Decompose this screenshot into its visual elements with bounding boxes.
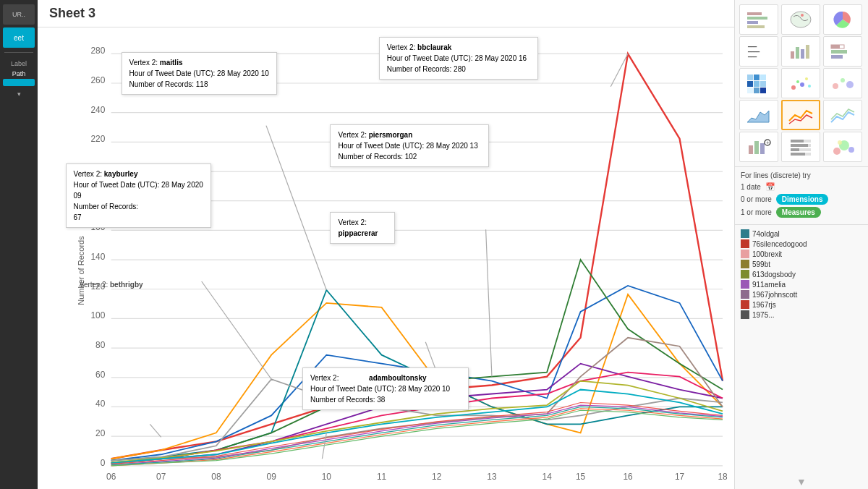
svg-text:+: + [766,140,770,146]
sidebar-btn-ur[interactable]: UR.. [3,4,35,25]
chart-svg: 0 20 40 60 80 100 120 140 160 180 200 22… [81,35,727,485]
legend-label: 1967johnscott [752,291,797,299]
sidebar-btn-eet[interactable]: eet [3,27,35,48]
chart-type-scatter[interactable] [781,68,820,98]
list-item: 599bt [741,260,862,268]
chart-type-bar-plus[interactable]: + [739,132,778,162]
svg-text:200: 200 [90,163,105,174]
svg-text:━━━: ━━━ [747,44,757,49]
svg-rect-60 [791,51,794,59]
svg-text:09: 09 [267,472,277,482]
chart-type-map[interactable] [781,4,820,35]
meas-label: 1 or more [741,208,772,216]
svg-rect-64 [831,45,840,48]
svg-rect-97 [791,153,805,156]
svg-text:240: 240 [90,105,105,115]
svg-text:260: 260 [90,75,105,85]
legend-label: 1967rjs [752,301,776,309]
svg-text:160: 160 [90,222,105,232]
chart-type-gantt[interactable] [781,132,820,162]
legend-label: 911amelia [752,281,786,289]
list-item: 1967johnscott [741,290,862,299]
measures-pill[interactable]: Measures [776,207,821,218]
svg-rect-73 [760,81,766,87]
svg-text:60: 60 [95,370,106,380]
svg-text:40: 40 [95,399,106,409]
for-lines-label: For lines (discrete) try [741,171,862,179]
y-axis-label: Number of Records [77,236,85,305]
svg-rect-76 [760,88,766,93]
svg-rect-91 [791,140,804,143]
svg-text:08: 08 [211,472,221,482]
svg-rect-50 [747,12,762,15]
chart-type-area[interactable] [739,100,778,130]
sheet-title: Sheet 3 [49,6,95,20]
chart-type-line[interactable] [781,100,820,130]
svg-rect-86 [754,141,759,154]
chart-type-text[interactable]: ━━━ ━━━━ ━━━ [739,36,778,67]
dim-label: 0 or more [741,195,772,203]
legend-color-1975 [741,310,749,319]
chart-type-heatmap[interactable] [739,68,778,98]
legend-color-599bt [741,260,749,268]
chart-container: Number of Records 0 20 40 60 80 100 120 … [38,27,734,489]
chart-type-bar-side[interactable] [823,36,862,67]
svg-rect-52 [747,21,758,24]
date-label: 1 date [741,183,761,191]
chart-type-bar-v[interactable] [781,36,820,67]
chart-type-scatter2[interactable] [823,68,862,98]
sidebar-dropdown[interactable]: ▾ [17,90,21,98]
svg-rect-93 [791,144,808,147]
chart-type-line2[interactable] [823,100,862,130]
svg-point-82 [833,83,838,89]
chart-type-bar-h[interactable] [739,4,778,35]
svg-rect-67 [831,55,843,59]
dimensions-pill[interactable]: Dimensions [776,194,829,205]
svg-rect-87 [760,143,765,154]
svg-line-46 [202,281,271,379]
sidebar-path-active[interactable] [3,79,35,86]
list-item: 1967rjs [741,300,862,309]
svg-text:18: 18 [718,472,727,482]
chart-type-bubble[interactable] [823,132,862,162]
svg-point-98 [833,148,841,155]
svg-rect-75 [754,88,760,93]
svg-rect-72 [754,81,760,87]
date-icon: 📅 [765,182,775,192]
chart-type-grid: ━━━ ━━━━ ━━━ [735,0,868,166]
svg-rect-95 [791,148,799,151]
chart-type-pie[interactable] [823,4,862,35]
svg-text:06: 06 [106,472,116,482]
svg-line-45 [486,229,492,376]
svg-text:17: 17 [675,472,685,482]
legend-color-100brexit [741,250,749,258]
svg-rect-61 [796,47,799,59]
svg-rect-66 [831,50,847,54]
list-item: 74oldgal [741,229,862,238]
svg-text:10: 10 [322,472,332,482]
list-item: 911amelia [741,280,862,289]
svg-rect-74 [747,88,753,93]
svg-text:100: 100 [90,310,105,320]
right-panel: ━━━ ━━━━ ━━━ [734,0,868,489]
svg-rect-51 [747,17,767,20]
svg-rect-69 [754,75,760,80]
svg-point-77 [791,85,796,90]
svg-line-48 [150,424,161,437]
scroll-down-icon[interactable]: ▼ [735,475,868,489]
svg-text:07: 07 [156,472,166,482]
svg-rect-62 [801,49,804,59]
svg-text:15: 15 [576,472,586,482]
legend-color-613dogsbody [741,270,749,278]
svg-point-79 [800,82,804,87]
pill-section: For lines (discrete) try 1 date 📅 0 or m… [735,166,868,224]
svg-text:280: 280 [90,46,105,56]
svg-rect-68 [747,75,753,80]
list-item: 613dogsbody [741,270,862,278]
legend-color-911amelia [741,280,749,289]
svg-point-80 [805,77,808,80]
svg-text:━━━: ━━━ [747,54,757,59]
legend-color-76silencedogood [741,239,749,248]
sidebar-label-path: Path [12,70,26,77]
svg-text:80: 80 [95,340,106,350]
